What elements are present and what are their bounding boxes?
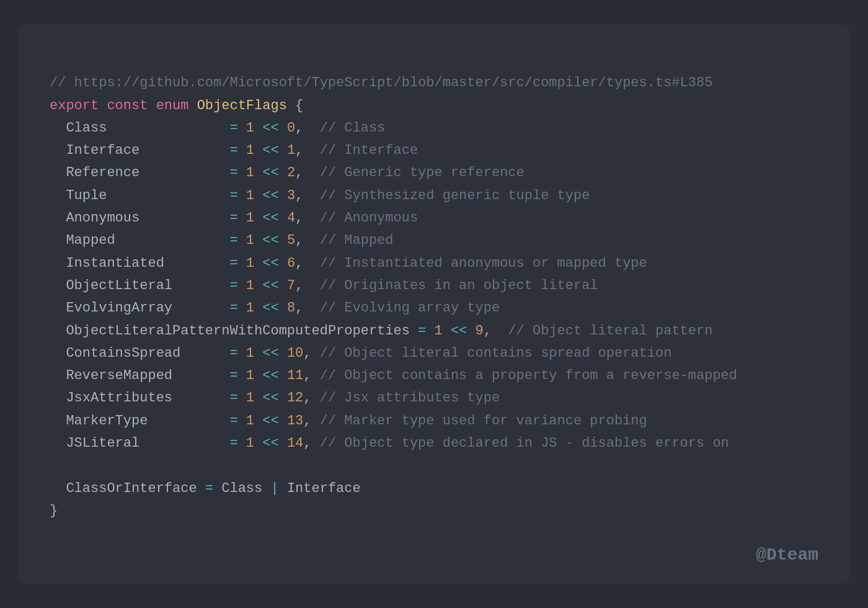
op-6: =	[221, 256, 246, 271]
comma-6: ,	[295, 256, 320, 271]
member-tuple: Tuple	[66, 188, 221, 203]
comment-8: // Evolving array type	[320, 300, 500, 316]
member-instantiated: Instantiated	[66, 256, 221, 271]
pipe-op: |	[270, 481, 286, 496]
brace-open: {	[295, 98, 303, 114]
comment-4: // Anonymous	[320, 210, 418, 226]
num-11: 11	[287, 368, 303, 383]
member-containsspread: ContainsSpread	[66, 346, 221, 361]
val-1: 1	[246, 143, 262, 158]
num-1: 1	[287, 143, 295, 158]
op-4: =	[221, 210, 246, 226]
val-14: 1	[246, 436, 262, 451]
op-8: =	[221, 300, 246, 316]
member-classOrInterface: ClassOrInterface	[66, 481, 205, 496]
ref-class: Class	[221, 481, 270, 496]
num-7: 7	[287, 278, 295, 293]
op-7: =	[221, 278, 246, 293]
comment-line: // https://github.com/Microsoft/TypeScri…	[50, 75, 712, 91]
op-0: =	[221, 120, 246, 136]
shift-op-4: <<	[262, 210, 287, 226]
num-13: 13	[287, 413, 303, 429]
shift-op-11: <<	[262, 368, 287, 383]
member-evolvingarray: EvolvingArray	[66, 300, 221, 316]
val-10: 1	[246, 346, 262, 361]
op-9: =	[418, 323, 434, 339]
export-keyword: export const enum	[50, 98, 197, 114]
watermark: @Dteam	[756, 545, 818, 565]
num-5: 5	[287, 233, 295, 248]
num-12: 12	[287, 390, 303, 406]
comma-9: ,	[484, 323, 508, 339]
comma-3: ,	[295, 188, 320, 203]
num-8: 8	[287, 300, 295, 316]
op-14: =	[221, 436, 246, 451]
val-11: 1	[246, 368, 262, 383]
comment-12: // Jsx attributes type	[320, 390, 500, 406]
op-12: =	[221, 390, 246, 406]
comment-9: // Object literal pattern	[508, 323, 712, 339]
comment-10: // Object literal contains spread operat…	[320, 346, 672, 361]
op-3: =	[221, 188, 246, 203]
comma-11: ,	[303, 368, 319, 383]
comment-14: // Object type declared in JS - disables…	[320, 436, 729, 451]
val-6: 1	[246, 256, 262, 271]
shift-op-7: <<	[262, 278, 287, 293]
comment-7: // Originates in an object literal	[320, 278, 598, 293]
num-14: 14	[287, 436, 303, 451]
comma-13: ,	[303, 413, 319, 429]
shift-op-0: <<	[262, 120, 287, 136]
num-3: 3	[287, 188, 295, 203]
shift-op-9: <<	[451, 323, 476, 339]
comment-5: // Mapped	[320, 233, 394, 248]
member-reference: Reference	[66, 165, 221, 181]
op-13: =	[221, 413, 246, 429]
op-11: =	[221, 368, 246, 383]
val-9: 1	[435, 323, 451, 339]
member-objlitpattern: ObjectLiteralPatternWithComputedProperti…	[66, 323, 418, 339]
shift-op-1: <<	[262, 143, 287, 158]
comment-1: // Interface	[320, 143, 418, 158]
val-7: 1	[246, 278, 262, 293]
shift-op-13: <<	[262, 413, 287, 429]
val-3: 1	[246, 188, 262, 203]
comma-8: ,	[295, 300, 320, 316]
comma-14: ,	[303, 436, 319, 451]
member-jsliteral: JSLiteral	[66, 436, 221, 451]
member-jsxattributes: JsxAttributes	[66, 390, 221, 406]
comma-10: ,	[303, 346, 319, 361]
num-2: 2	[287, 165, 295, 181]
comma-1: ,	[295, 143, 320, 158]
val-12: 1	[246, 390, 262, 406]
ref-interface: Interface	[287, 481, 361, 496]
shift-op-3: <<	[262, 188, 287, 203]
op-1: =	[221, 143, 246, 158]
op-2: =	[221, 165, 246, 181]
shift-op-6: <<	[262, 256, 287, 271]
val-0: 1	[246, 120, 262, 136]
comment-2: // Generic type reference	[320, 165, 525, 181]
member-class: Class	[66, 120, 221, 136]
comma-5: ,	[295, 233, 320, 248]
comment-3: // Synthesized generic tuple type	[320, 188, 590, 203]
shift-op-5: <<	[262, 233, 287, 248]
val-4: 1	[246, 210, 262, 226]
comment-0: // Class	[320, 120, 386, 136]
comma-12: ,	[303, 390, 319, 406]
comma-2: ,	[295, 165, 320, 181]
shift-op-10: <<	[262, 346, 287, 361]
enum-name: ObjectFlags	[197, 98, 295, 114]
member-interface: Interface	[66, 143, 221, 158]
num-0: 0	[287, 120, 295, 136]
comma-0: ,	[295, 120, 320, 136]
num-10: 10	[287, 346, 303, 361]
num-9: 9	[476, 323, 484, 339]
shift-op-14: <<	[262, 436, 287, 451]
op-combined: =	[205, 481, 221, 496]
member-reversemapped: ReverseMapped	[66, 368, 221, 383]
comment-6: // Instantiated anonymous or mapped type	[320, 256, 647, 271]
member-anonymous: Anonymous	[66, 210, 221, 226]
brace-close: }	[50, 503, 58, 519]
val-8: 1	[246, 300, 262, 316]
code-container: // https://github.com/Microsoft/TypeScri…	[19, 25, 849, 583]
